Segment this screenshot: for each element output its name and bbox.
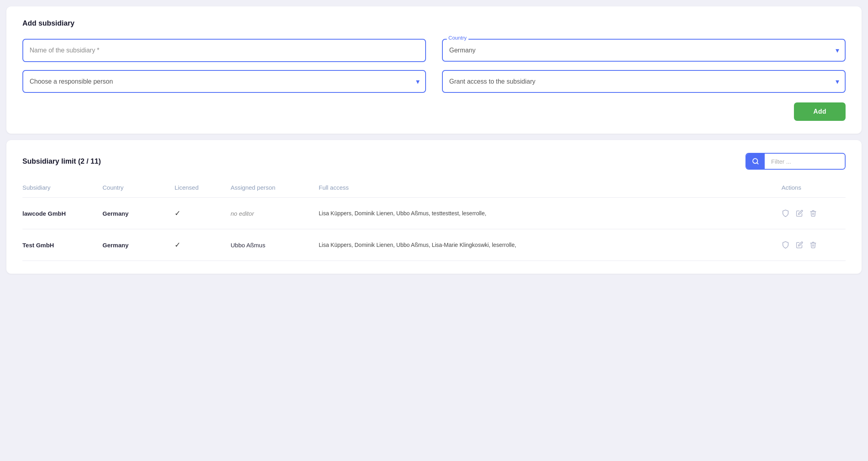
- country-select[interactable]: Germany Austria Switzerland France: [442, 39, 846, 62]
- col-full-access: Full access: [319, 184, 782, 191]
- row1-full-access: Lisa Küppers, Dominik Lienen, Ubbo Aßmus…: [319, 209, 782, 218]
- filter-search-button[interactable]: [746, 154, 765, 169]
- row1-delete-icon[interactable]: [810, 210, 817, 217]
- table-section-title: Subsidiary limit (2 / 11): [22, 157, 101, 166]
- search-icon: [752, 158, 759, 165]
- row1-shield-icon[interactable]: [782, 209, 790, 217]
- row1-edit-icon[interactable]: [796, 210, 803, 217]
- grant-access-select[interactable]: Grant access to the subsidiary: [442, 70, 846, 93]
- row2-shield-icon[interactable]: [782, 241, 790, 249]
- col-assigned-person: Assigned person: [231, 184, 319, 191]
- add-subsidiary-form: Country Germany Austria Switzerland Fran…: [22, 39, 846, 93]
- subsidiary-table-card: Subsidiary limit (2 / 11) Subsidiary Cou…: [6, 140, 862, 274]
- filter-container: [745, 153, 846, 170]
- table-row: lawcode GmbH Germany ✓ no editor Lisa Kü…: [22, 198, 846, 229]
- row2-actions: [782, 241, 846, 249]
- table-row: Test GmbH Germany ✓ Ubbo Aßmus Lisa Küpp…: [22, 229, 846, 261]
- row2-full-access: Lisa Küppers, Dominik Lienen, Ubbo Aßmus…: [319, 241, 782, 249]
- table-header: Subsidiary Country Licensed Assigned per…: [22, 181, 846, 198]
- responsible-field-wrapper: Choose a responsible person ▾: [22, 70, 426, 93]
- responsible-select[interactable]: Choose a responsible person: [22, 70, 426, 93]
- subsidiary-table: Subsidiary Country Licensed Assigned per…: [22, 181, 846, 261]
- row1-subsidiary: lawcode GmbH: [22, 210, 102, 217]
- col-licensed: Licensed: [175, 184, 231, 191]
- svg-line-1: [757, 162, 758, 164]
- add-subsidiary-title: Add subsidiary: [22, 19, 846, 28]
- col-subsidiary: Subsidiary: [22, 184, 102, 191]
- add-button-row: Add: [22, 102, 846, 121]
- grant-access-field-wrapper: Grant access to the subsidiary ▾: [442, 70, 846, 93]
- row1-actions: [782, 209, 846, 217]
- row2-licensed: ✓: [175, 241, 231, 249]
- row2-country: Germany: [102, 242, 175, 249]
- row1-country: Germany: [102, 210, 175, 217]
- add-button[interactable]: Add: [794, 102, 846, 121]
- add-subsidiary-card: Add subsidiary Country Germany Austria S…: [6, 6, 862, 134]
- name-field-wrapper: [22, 39, 426, 62]
- row2-delete-icon[interactable]: [810, 241, 817, 249]
- col-country: Country: [102, 184, 175, 191]
- table-section-header: Subsidiary limit (2 / 11): [22, 153, 846, 170]
- row2-assigned-person: Ubbo Aßmus: [231, 242, 319, 249]
- col-actions: Actions: [782, 184, 846, 191]
- country-label: Country: [447, 35, 468, 41]
- row1-licensed: ✓: [175, 209, 231, 218]
- row2-subsidiary: Test GmbH: [22, 242, 102, 249]
- country-field-wrapper: Country Germany Austria Switzerland Fran…: [442, 39, 846, 62]
- row1-assigned-person: no editor: [231, 210, 319, 217]
- name-input[interactable]: [22, 39, 426, 62]
- row2-edit-icon[interactable]: [796, 241, 803, 249]
- filter-input[interactable]: [765, 154, 845, 169]
